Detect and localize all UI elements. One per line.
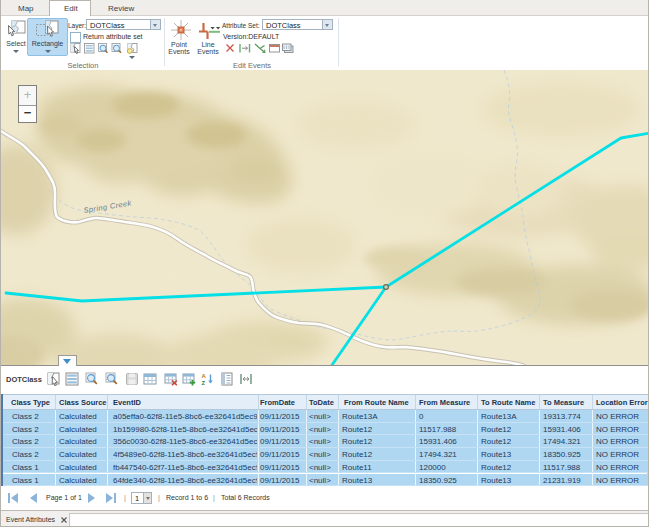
svg-text:A: A <box>202 373 207 379</box>
svg-text:Z: Z <box>202 380 206 386</box>
